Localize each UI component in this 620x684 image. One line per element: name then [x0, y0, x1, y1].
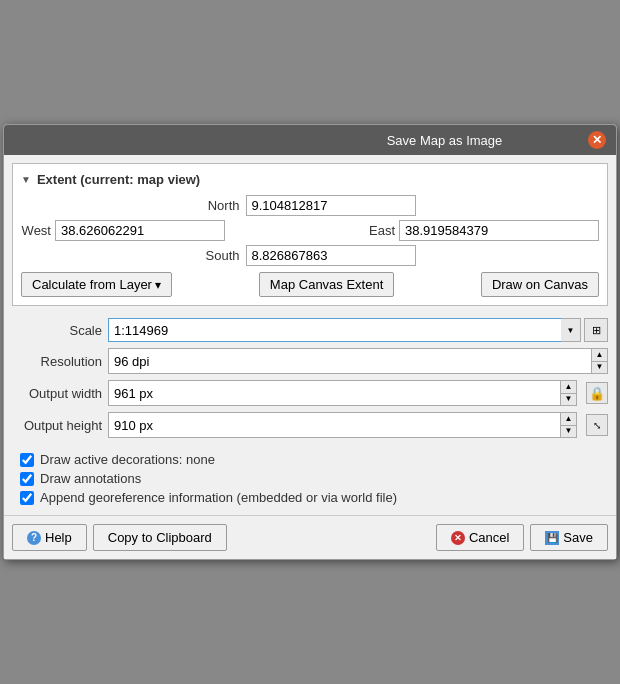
- south-input[interactable]: [246, 245, 416, 266]
- resolution-spinbox: ▲ ▼: [108, 348, 608, 374]
- output-width-down-button[interactable]: ▼: [560, 394, 576, 406]
- resolution-label: Resolution: [12, 354, 102, 369]
- scale-dropdown-button[interactable]: ▼: [561, 318, 581, 342]
- extent-section-title: Extent (current: map view): [37, 172, 200, 187]
- resolution-input[interactable]: [109, 349, 591, 373]
- resolution-down-button[interactable]: ▼: [591, 362, 607, 374]
- we-row: West East: [21, 220, 599, 241]
- cancel-button[interactable]: ✕ Cancel: [436, 524, 524, 551]
- help-button[interactable]: ? Help: [12, 524, 87, 551]
- collapse-arrow-icon: ▼: [21, 174, 31, 185]
- annotations-checkbox[interactable]: [20, 472, 34, 486]
- scale-label: Scale: [12, 323, 102, 338]
- south-label: South: [205, 248, 240, 263]
- east-label: East: [365, 223, 395, 238]
- output-height-input[interactable]: [109, 413, 560, 437]
- footer-left: ? Help Copy to Clipboard: [12, 524, 227, 551]
- east-input[interactable]: [399, 220, 599, 241]
- west-label: West: [21, 223, 51, 238]
- output-height-up-button[interactable]: ▲: [560, 413, 576, 426]
- map-icon: ⊞: [592, 324, 601, 337]
- save-map-dialog: Save Map as Image ✕ ▼ Extent (current: m…: [3, 124, 617, 560]
- output-height-row: Output height ▲ ▼ ⤡: [12, 412, 608, 438]
- extent-buttons-row: Calculate from Layer ▾ Map Canvas Extent…: [21, 272, 599, 297]
- cancel-icon: ✕: [451, 531, 465, 545]
- calculate-from-layer-button[interactable]: Calculate from Layer ▾: [21, 272, 172, 297]
- scale-input[interactable]: [108, 318, 561, 342]
- section-header: ▼ Extent (current: map view): [21, 172, 599, 187]
- georeference-label: Append georeference information (embedde…: [40, 490, 397, 505]
- output-width-spin-buttons: ▲ ▼: [560, 381, 576, 405]
- decorations-label: Draw active decorations: none: [40, 452, 215, 467]
- dialog-content: ▼ Extent (current: map view) North West …: [4, 155, 616, 515]
- output-width-label: Output width: [12, 386, 102, 401]
- scale-map-button[interactable]: ⊞: [584, 318, 608, 342]
- output-height-label: Output height: [12, 418, 102, 433]
- output-width-input[interactable]: [109, 381, 560, 405]
- resolution-up-button[interactable]: ▲: [591, 349, 607, 362]
- width-lock-button[interactable]: 🔒: [586, 382, 608, 404]
- footer: ? Help Copy to Clipboard ✕ Cancel 💾 Save: [4, 515, 616, 559]
- north-label: North: [205, 198, 240, 213]
- save-icon: 💾: [545, 531, 559, 545]
- dialog-title: Save Map as Image: [301, 133, 588, 148]
- checkboxes-section: Draw active decorations: none Draw annot…: [12, 450, 608, 507]
- lock-icon: 🔒: [589, 386, 605, 401]
- map-canvas-extent-button[interactable]: Map Canvas Extent: [259, 272, 394, 297]
- annotations-row: Draw annotations: [12, 469, 608, 488]
- save-button[interactable]: 💾 Save: [530, 524, 608, 551]
- close-button[interactable]: ✕: [588, 131, 606, 149]
- form-section: Scale ▼ ⊞ Resolution ▲ ▼: [12, 314, 608, 442]
- resolution-spin-buttons: ▲ ▼: [591, 349, 607, 373]
- east-group: East: [365, 220, 599, 241]
- annotations-label: Draw annotations: [40, 471, 141, 486]
- decorations-checkbox[interactable]: [20, 453, 34, 467]
- extent-section: ▼ Extent (current: map view) North West …: [12, 163, 608, 306]
- decorations-row: Draw active decorations: none: [12, 450, 608, 469]
- output-width-spinbox: ▲ ▼: [108, 380, 577, 406]
- output-width-row: Output width ▲ ▼ 🔒: [12, 380, 608, 406]
- output-width-up-button[interactable]: ▲: [560, 381, 576, 394]
- draw-on-canvas-button[interactable]: Draw on Canvas: [481, 272, 599, 297]
- height-lock-button[interactable]: ⤡: [586, 414, 608, 436]
- resize-icon: ⤡: [593, 420, 601, 431]
- title-bar: Save Map as Image ✕: [4, 125, 616, 155]
- resolution-row: Resolution ▲ ▼: [12, 348, 608, 374]
- georeference-row: Append georeference information (embedde…: [12, 488, 608, 507]
- west-group: West: [21, 220, 225, 241]
- footer-right: ✕ Cancel 💾 Save: [436, 524, 608, 551]
- copy-to-clipboard-button[interactable]: Copy to Clipboard: [93, 524, 227, 551]
- output-height-down-button[interactable]: ▼: [560, 426, 576, 438]
- help-icon: ?: [27, 531, 41, 545]
- south-row: South: [21, 245, 599, 266]
- scale-input-wrap: ▼ ⊞: [108, 318, 608, 342]
- output-height-spinbox: ▲ ▼: [108, 412, 577, 438]
- scale-row: Scale ▼ ⊞: [12, 318, 608, 342]
- west-input[interactable]: [55, 220, 225, 241]
- output-height-spin-buttons: ▲ ▼: [560, 413, 576, 437]
- north-row: North: [21, 195, 599, 216]
- georeference-checkbox[interactable]: [20, 491, 34, 505]
- north-input[interactable]: [246, 195, 416, 216]
